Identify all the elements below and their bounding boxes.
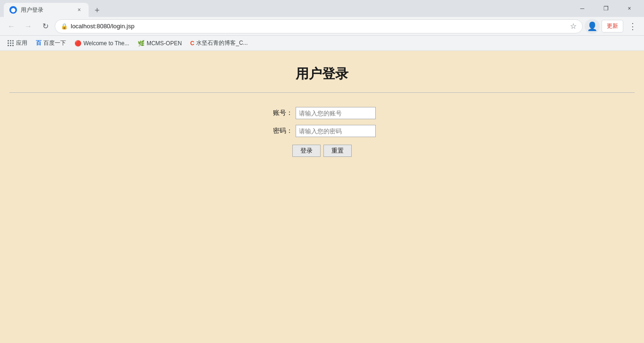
bookmark-baidu-label: 百度一下 bbox=[43, 39, 66, 47]
account-row: 账号： bbox=[268, 107, 376, 119]
close-button[interactable]: × bbox=[619, 0, 640, 17]
mcms-icon: 🌿 bbox=[138, 40, 145, 47]
login-form: 账号： 密码： 登录 重置 bbox=[9, 107, 635, 157]
tab-close-button[interactable]: × bbox=[75, 6, 83, 14]
url-box[interactable]: 🔒 localhost:8080/login.jsp ☆ bbox=[55, 19, 583, 33]
bookmark-apps-label: 应用 bbox=[16, 39, 27, 47]
tab-favicon: ⬤ bbox=[9, 6, 17, 14]
account-input[interactable] bbox=[296, 107, 376, 119]
account-label: 账号： bbox=[268, 109, 293, 117]
url-text: localhost:8080/login.jsp bbox=[71, 23, 567, 30]
bookmark-apps[interactable]: 应用 bbox=[4, 37, 31, 49]
profile-icon: 👤 bbox=[587, 21, 597, 32]
title-bar: ⬤ 用户登录 × + ─ ❐ × bbox=[0, 0, 644, 17]
password-label: 密码： bbox=[268, 127, 293, 135]
bookmark-star-icon[interactable]: ☆ bbox=[570, 22, 577, 31]
bookmark-baidu[interactable]: 百 百度一下 bbox=[32, 37, 70, 49]
refresh-button[interactable]: ↻ bbox=[38, 19, 53, 34]
title-divider bbox=[9, 92, 635, 93]
apps-icon bbox=[8, 40, 14, 47]
forward-button[interactable]: → bbox=[21, 19, 36, 34]
password-input[interactable] bbox=[296, 125, 376, 137]
bookmark-shiqing-label: 水坚石青的博客_C... bbox=[196, 39, 248, 47]
bookmark-mcms[interactable]: 🌿 MCMS-OPEN bbox=[134, 38, 186, 49]
baidu-icon: 百 bbox=[36, 39, 41, 47]
button-row: 登录 重置 bbox=[292, 145, 352, 157]
reset-button[interactable]: 重置 bbox=[323, 145, 352, 157]
bookmark-shiqing[interactable]: C 水坚石青的博客_C... bbox=[187, 37, 252, 49]
lock-icon: 🔒 bbox=[61, 23, 68, 30]
minimize-button[interactable]: ─ bbox=[571, 0, 593, 17]
bookmark-mcms-label: MCMS-OPEN bbox=[147, 40, 182, 47]
shiqing-icon: C bbox=[190, 40, 195, 47]
page-content: 用户登录 账号： 密码： 登录 重置 bbox=[0, 51, 644, 343]
tab-title: 用户登录 bbox=[21, 6, 72, 14]
back-button[interactable]: ← bbox=[4, 19, 19, 34]
address-bar: ← → ↻ 🔒 localhost:8080/login.jsp ☆ 👤 更新 … bbox=[0, 17, 644, 36]
bookmark-welcome[interactable]: 🔴 Welcome to The... bbox=[71, 38, 133, 49]
tab-bar: ⬤ 用户登录 × + bbox=[4, 0, 571, 17]
bookmarks-bar: 应用 百 百度一下 🔴 Welcome to The... 🌿 MCMS-OPE… bbox=[0, 36, 644, 51]
password-row: 密码： bbox=[268, 125, 376, 137]
maximize-button[interactable]: ❐ bbox=[595, 0, 617, 17]
page-title: 用户登录 bbox=[9, 60, 635, 83]
active-tab[interactable]: ⬤ 用户登录 × bbox=[4, 3, 89, 17]
login-button[interactable]: 登录 bbox=[292, 145, 321, 157]
bookmark-welcome-label: Welcome to The... bbox=[83, 40, 129, 47]
welcome-icon: 🔴 bbox=[74, 40, 82, 47]
new-tab-button[interactable]: + bbox=[91, 4, 104, 17]
update-button[interactable]: 更新 bbox=[602, 20, 623, 33]
profile-button[interactable]: 👤 bbox=[585, 19, 600, 34]
chrome-menu-button[interactable]: ⋮ bbox=[625, 19, 640, 34]
window-controls: ─ ❐ × bbox=[571, 0, 640, 17]
